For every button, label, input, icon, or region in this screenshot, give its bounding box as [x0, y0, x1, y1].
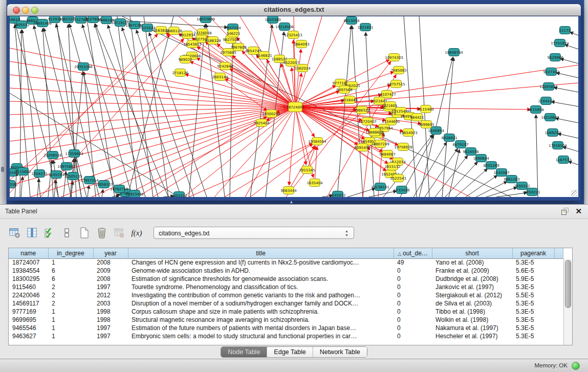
red-edge[interactable]	[363, 146, 369, 197]
table-cell[interactable]: 22420046	[9, 291, 48, 299]
table-cell[interactable]: Changes of HCN gene expression and I(f) …	[128, 258, 394, 267]
black-edge[interactable]	[366, 32, 374, 197]
red-edge[interactable]	[245, 107, 295, 197]
graph-node[interactable]: 1921851	[357, 24, 373, 31]
graph-node[interactable]: 9115460	[418, 105, 433, 113]
graph-node[interactable]: 10974303	[385, 54, 403, 61]
table-cell[interactable]: Corpus callosum shape and size in male p…	[128, 308, 394, 316]
graph-node[interactable]: 1864093	[293, 40, 309, 48]
table-cell[interactable]: 2012	[93, 291, 128, 299]
black-edge[interactable]	[570, 32, 578, 35]
table-cell[interactable]: Yano et al. (2008)	[432, 258, 512, 267]
table-cell[interactable]: 9465546	[9, 324, 48, 332]
table-cell[interactable]: 0	[394, 283, 432, 291]
graph-node[interactable]: 8215958	[528, 106, 543, 114]
table-cell[interactable]: Structural magnetic resonance image aver…	[128, 316, 394, 324]
red-edge[interactable]	[10, 107, 295, 128]
table-cell[interactable]: Jankovic et al. (1997)	[432, 283, 512, 291]
table-cell[interactable]: Investigating the contribution of common…	[128, 291, 394, 299]
table-scrollbar-thumb[interactable]	[565, 260, 571, 308]
table-cell[interactable]: 5.3E-5	[512, 332, 554, 340]
column-header-name[interactable]: name	[9, 248, 48, 258]
column-header-in_degree[interactable]: in_degree	[48, 248, 93, 258]
graph-node[interactable]: 989032	[179, 56, 192, 63]
table-cell[interactable]: 6	[48, 267, 93, 275]
table-cell[interactable]: 1	[48, 324, 93, 332]
table-cell[interactable]	[554, 332, 563, 340]
table-cell[interactable]: 5.5E-5	[512, 291, 554, 299]
table-cell[interactable]: 2	[48, 283, 93, 291]
graph-node[interactable]: 6479197	[452, 141, 468, 148]
black-edge[interactable]	[347, 188, 375, 197]
table-cell[interactable]: Embryonic stem cells: a model to study s…	[128, 332, 394, 340]
graph-node[interactable]: 20206516	[43, 151, 62, 159]
table-cell[interactable]: 9699695	[9, 316, 48, 324]
table-cell[interactable]	[554, 258, 563, 267]
graph-node[interactable]: 17359924	[65, 150, 83, 158]
table-cell[interactable]: Disruption of a novel member of a sodium…	[128, 299, 394, 308]
table-cell[interactable]: 9115460	[9, 283, 48, 291]
delete-column-icon[interactable]	[95, 226, 108, 239]
table-cell[interactable]: 0	[394, 291, 432, 299]
red-edge[interactable]	[295, 16, 322, 107]
memory-status-indicator[interactable]	[572, 362, 580, 370]
red-edge[interactable]	[315, 146, 317, 183]
column-header-year[interactable]: year	[93, 248, 128, 258]
column-header-title[interactable]: title	[128, 248, 394, 258]
black-edge[interactable]	[449, 149, 460, 197]
table-cell[interactable]: 49	[394, 258, 432, 267]
graph-node[interactable]: 821605	[384, 102, 398, 110]
table-cell[interactable]: Genome-wide association studies in ADHD.	[128, 267, 394, 275]
tab-network-table[interactable]: Network Table	[313, 347, 367, 357]
red-edge[interactable]	[295, 16, 347, 107]
graph-node[interactable]: 9329966	[547, 54, 563, 61]
table-cell[interactable]: 5.6E-5	[512, 267, 554, 275]
graph-node[interactable]: 9424556	[463, 148, 479, 156]
black-edge[interactable]	[369, 191, 397, 197]
splitter-handle[interactable]: ▴	[290, 200, 293, 204]
red-edge[interactable]	[122, 107, 295, 197]
graph-node[interactable]: 1690644	[473, 155, 489, 162]
black-edge[interactable]	[486, 187, 517, 197]
red-edge[interactable]	[190, 61, 295, 107]
graph-node[interactable]: 1362024	[294, 64, 311, 72]
table-cell[interactable]: 1998	[93, 308, 128, 316]
graph-node[interactable]: 1167533	[555, 156, 571, 164]
table-cell[interactable]: Wolkin et al. (1998)	[432, 316, 512, 324]
table-cell[interactable]: 2	[48, 291, 93, 299]
table-cell[interactable]: 1	[48, 308, 93, 316]
black-edge[interactable]	[558, 134, 578, 138]
network-canvas[interactable]: 1661914055728860122069140691293410653247…	[10, 16, 578, 197]
table-cell[interactable]: Nakamura et al. (1997)	[432, 324, 512, 332]
red-edge[interactable]	[10, 107, 295, 170]
table-cell[interactable]	[554, 299, 563, 308]
new-column-icon[interactable]	[78, 226, 91, 239]
table-cell[interactable]: 5.3E-5	[512, 308, 554, 316]
table-cell[interactable]: 0	[394, 299, 432, 308]
table-cell[interactable]: Stergiakouli et al. (2012)	[432, 291, 512, 299]
black-edge[interactable]	[95, 24, 145, 197]
graph-node[interactable]: 1245087	[493, 169, 509, 177]
black-edge[interactable]	[476, 181, 507, 197]
graph-node[interactable]: 15751874	[551, 39, 569, 47]
row-toggle-icon[interactable]	[60, 226, 74, 239]
graph-node[interactable]: 1603312	[171, 192, 187, 198]
table-cell[interactable]	[554, 308, 563, 316]
dock-handle[interactable]	[1, 167, 4, 172]
table-row[interactable]: 1830029562008Estimation of significance …	[9, 275, 563, 283]
table-row[interactable]: 977716911998Corpus callosum shape and si…	[9, 308, 563, 316]
red-edge[interactable]	[10, 107, 295, 155]
black-edge[interactable]	[48, 160, 52, 197]
float-panel-icon[interactable]	[561, 208, 569, 215]
table-cell[interactable]	[554, 283, 563, 291]
graph-node[interactable]: 1603380	[265, 16, 280, 24]
table-cell[interactable]: Estimation of the future numbers of pati…	[128, 324, 394, 332]
graph-node[interactable]: 12505135	[64, 172, 82, 180]
black-edge[interactable]	[556, 73, 578, 78]
graph-node[interactable]: 9245012	[330, 191, 345, 198]
table-cell[interactable]: 5.3E-5	[512, 324, 554, 332]
graph-node[interactable]: 8355169	[483, 162, 499, 169]
table-cell[interactable]: 1998	[93, 316, 128, 324]
table-cell[interactable]: 18724007	[9, 258, 48, 267]
graph-node[interactable]: 8813054	[343, 17, 360, 25]
